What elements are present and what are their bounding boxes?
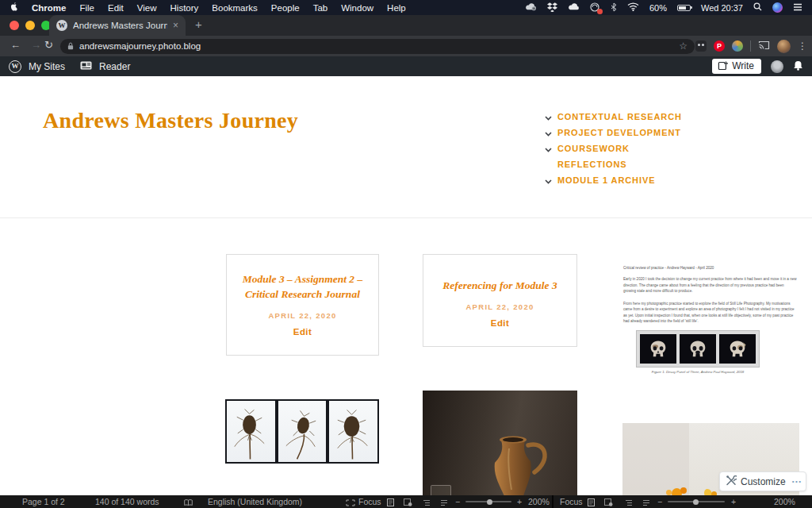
chevron-down-icon[interactable] — [545, 110, 552, 124]
menubar-clock[interactable]: Wed 20:37 — [701, 3, 743, 13]
chevron-down-icon[interactable] — [545, 141, 552, 156]
bluetooth-icon[interactable] — [611, 2, 617, 13]
focus-frame-icon[interactable] — [346, 498, 355, 508]
menu-history[interactable]: History — [170, 3, 199, 13]
notification-app-icon[interactable] — [590, 2, 600, 13]
skull-photo-1 — [640, 334, 676, 364]
post-card-referencing-module3: Referencing for Module 3 APRIL 22, 2020 … — [423, 254, 577, 347]
wifi-icon[interactable] — [627, 2, 639, 13]
post-date: APRIL 22, 2020 — [227, 311, 378, 320]
spotlight-icon[interactable] — [753, 2, 762, 13]
customize-button[interactable]: Customize ••• — [719, 471, 806, 491]
menu-people[interactable]: People — [271, 3, 300, 13]
new-tab-button[interactable]: + — [195, 17, 202, 31]
blog-page: Andrews Masters Journey CONTEXTUAL RESEA… — [0, 76, 812, 495]
browser-tab[interactable]: W Andrews Masters Journey × — [49, 15, 186, 36]
nav-module-1-archive[interactable]: MODULE 1 ARCHIVE — [545, 172, 682, 188]
zoom-in-button-left[interactable]: + — [517, 495, 522, 508]
wordpress-logo-icon[interactable]: W — [9, 60, 21, 73]
cast-icon[interactable] — [758, 39, 770, 53]
wordpress-favicon: W — [56, 20, 67, 31]
globe-extension-icon[interactable] — [732, 40, 743, 52]
focus-toggle-left[interactable]: Focus — [358, 495, 381, 508]
owl-extension-icon[interactable] — [695, 40, 707, 52]
menu-window[interactable]: Window — [341, 3, 373, 13]
padlock-icon[interactable] — [67, 39, 74, 53]
reader-link[interactable]: Reader — [99, 61, 130, 72]
pinterest-extension-icon[interactable]: P — [714, 40, 725, 52]
nav-contextual-research[interactable]: CONTEXTUAL RESEARCH — [545, 109, 682, 125]
cloud-icon[interactable] — [568, 2, 580, 13]
notification-center-icon[interactable] — [793, 3, 802, 13]
print-layout-icon[interactable] — [387, 498, 394, 508]
post-title-link[interactable]: Referencing for Module 3 — [423, 279, 576, 294]
customize-more-button[interactable]: ••• — [792, 478, 802, 485]
window-minimize-button[interactable] — [25, 21, 35, 30]
siri-icon[interactable] — [772, 2, 783, 13]
macos-menu-bar: Chrome File Edit View History Bookmarks … — [0, 0, 812, 15]
nav-project-development[interactable]: PROJECT DEVELOPMENT — [545, 125, 682, 140]
notifications-bell-icon[interactable] — [793, 60, 803, 73]
wordpress-admin-bar: W My Sites Reader Write — [0, 56, 812, 76]
outline-view-icon[interactable] — [423, 498, 431, 508]
forward-button[interactable]: → — [31, 39, 41, 51]
nav-coursework[interactable]: COURSEWORK — [545, 140, 682, 156]
menu-bookmarks[interactable]: Bookmarks — [212, 3, 258, 13]
reload-button[interactable]: ↻ — [44, 39, 53, 51]
document-paragraph-2: From here my photographic practice start… — [623, 301, 797, 325]
write-button[interactable]: Write — [712, 59, 761, 74]
bookmark-star-icon[interactable]: ☆ — [679, 40, 688, 52]
menu-edit[interactable]: Edit — [108, 3, 124, 13]
apple-icon[interactable] — [10, 2, 18, 13]
teasel-triptych-image[interactable] — [225, 399, 379, 464]
background-pane — [622, 423, 689, 495]
zoom-percent-right[interactable]: 200% — [774, 495, 795, 508]
menu-app-name[interactable]: Chrome — [32, 3, 66, 13]
site-title[interactable]: Andrews Masters Journey — [43, 108, 298, 133]
zoom-slider-handle-right[interactable] — [693, 499, 699, 505]
cloud-sync-icon[interactable] — [525, 2, 537, 13]
battery-icon — [677, 5, 691, 11]
document-preview[interactable]: Critical review of practice - Andrew Hay… — [623, 252, 801, 374]
profile-avatar[interactable] — [777, 40, 791, 53]
chevron-down-icon[interactable] — [545, 125, 552, 140]
zoom-percent-left[interactable]: 200% — [528, 495, 550, 508]
draft-view-icon[interactable] — [440, 498, 448, 508]
focus-toggle-right[interactable]: Focus — [560, 495, 583, 508]
tab-close-icon[interactable]: × — [173, 20, 178, 31]
zoom-out-button-right[interactable]: − — [657, 495, 662, 508]
post-title-link[interactable]: Module 3 – Assignment 2 – Critical Resea… — [227, 272, 378, 302]
wp-profile-avatar[interactable] — [771, 60, 783, 73]
document-paragraph-1: Early in 2020 I took the decision to cha… — [623, 276, 797, 294]
menu-help[interactable]: Help — [387, 3, 406, 13]
word-count[interactable]: 140 of 140 words — [95, 495, 159, 508]
nav-reflections[interactable]: REFLECTIONS — [545, 156, 682, 172]
zoom-in-button-right[interactable]: + — [731, 495, 736, 508]
web-layout-icon[interactable] — [604, 498, 613, 508]
draft-view-icon[interactable] — [642, 498, 650, 508]
web-layout-icon[interactable] — [404, 498, 412, 508]
language-status[interactable]: English (United Kingdom) — [208, 495, 302, 508]
outline-view-icon[interactable] — [625, 498, 633, 508]
edit-link[interactable]: Edit — [227, 327, 378, 337]
zoom-slider-handle-left[interactable] — [487, 499, 492, 505]
chevron-down-icon[interactable] — [545, 173, 552, 187]
menu-view[interactable]: View — [137, 3, 157, 13]
dropbox-icon[interactable] — [547, 2, 557, 13]
edit-link[interactable]: Edit — [423, 318, 576, 328]
copper-jug-image[interactable] — [423, 391, 577, 495]
page-count[interactable]: Page 1 of 2 — [22, 495, 65, 508]
proofing-icon[interactable] — [184, 498, 193, 508]
url-text[interactable]: andrewsmajourney.photo.blog — [79, 41, 201, 51]
address-bar[interactable]: andrewsmajourney.photo.blog ☆ — [60, 39, 695, 54]
window-close-button[interactable] — [10, 21, 19, 30]
word-status-bar: Page 1 of 2 140 of 140 words English (Un… — [0, 495, 812, 508]
zoom-out-button-left[interactable]: − — [455, 495, 460, 508]
chrome-menu-icon[interactable]: ⋮ — [798, 40, 807, 52]
menu-file[interactable]: File — [79, 3, 94, 13]
menu-tab[interactable]: Tab — [313, 3, 328, 13]
my-sites-link[interactable]: My Sites — [29, 61, 65, 72]
print-layout-icon[interactable] — [588, 498, 595, 508]
figure-caption: Figure 1. Decay Panel of Three, Andrew P… — [636, 370, 760, 374]
back-button[interactable]: ← — [10, 39, 21, 51]
